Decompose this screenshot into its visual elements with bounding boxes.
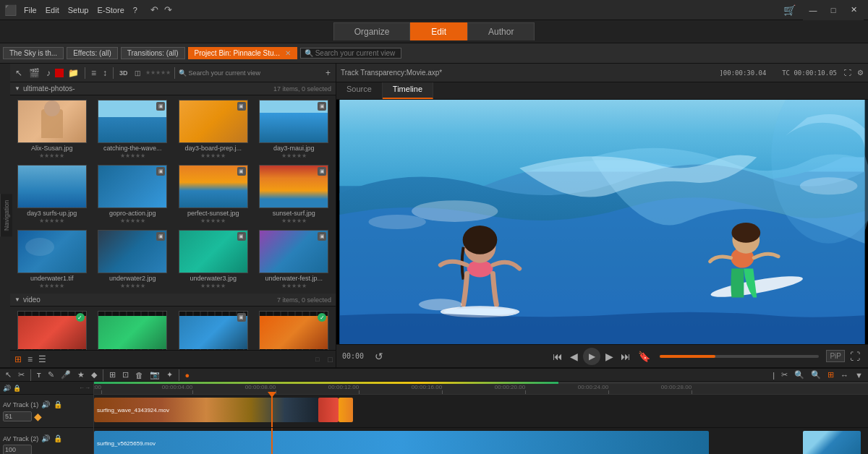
tl-fx-btn[interactable]: ✦ <box>164 369 175 381</box>
fullscreen-button[interactable]: ⛶ <box>848 349 862 364</box>
media-item[interactable]: ▣ sunset-surf.jpg ★★★★★ <box>254 162 335 227</box>
clip-track2-main[interactable]: surfing_v5625659.mov <box>94 431 709 454</box>
tl-lock-btn[interactable]: 🔒 <box>13 385 21 392</box>
redo-button[interactable]: ↷ <box>163 4 174 15</box>
tl-trim-btn[interactable]: ✂ <box>16 369 27 381</box>
minimize-button[interactable]: — <box>803 0 823 20</box>
tl-cut-btn[interactable]: ✂ <box>779 369 790 381</box>
tl-fit-btn[interactable]: ⊞ <box>825 369 836 381</box>
tab-project-bin[interactable]: Project Bin: Pinnacle Stu... ✕ <box>188 47 297 59</box>
step-forward-button[interactable]: ▶ <box>603 349 616 364</box>
tl-marker-btn[interactable]: ★ <box>75 369 87 381</box>
menu-setup[interactable]: Setup <box>68 6 89 14</box>
media-item[interactable]: day3 surfs-up.jpg ★★★★★ <box>12 162 93 227</box>
close-project-icon[interactable]: ✕ <box>285 49 291 57</box>
tl-zoom-in-btn[interactable]: 🔍 <box>809 369 823 381</box>
tl-orange-btn[interactable]: ● <box>183 369 192 381</box>
media-item[interactable]: ▣ gopro-action.jpg ★★★★★ <box>93 162 174 227</box>
search-input[interactable] <box>315 49 397 57</box>
menu-estore[interactable]: E-Store <box>97 6 124 14</box>
pip-button[interactable]: PiP <box>826 350 845 362</box>
track2-lock-btn[interactable]: 🔒 <box>53 434 63 443</box>
tab-edit[interactable]: Edit <box>410 22 467 40</box>
play-pause-button[interactable]: ▶ <box>583 348 600 365</box>
step-back-button[interactable]: ◀ <box>568 349 580 364</box>
tl-text-btn[interactable]: ✎ <box>46 369 56 381</box>
media-item[interactable]: ▣ perfect-sunset.jpg ★★★★★ <box>173 162 254 227</box>
close-button[interactable]: ✕ <box>843 0 864 20</box>
tab-source[interactable]: Source <box>336 82 383 99</box>
menu-edit[interactable]: Edit <box>46 6 59 14</box>
media-item[interactable]: ✓ surfing_v5625659... ★★★★★ <box>254 308 335 350</box>
tb-zoom-btn[interactable]: + <box>323 67 333 80</box>
loop-button[interactable]: ↺ <box>373 349 386 364</box>
tl-cut-point-btn[interactable]: | <box>770 369 777 381</box>
tb-sort-btn[interactable]: ↕ <box>101 67 109 80</box>
clip-yellow-segment[interactable] <box>339 398 353 422</box>
tb-folder-btn[interactable]: 📁 <box>66 67 81 80</box>
media-item[interactable]: kidsrunning_v388... ★★★★★ <box>93 308 174 350</box>
track2-mute-btn[interactable]: 🔊 <box>41 434 51 443</box>
media-item[interactable]: ▣ underwater3.jpg ★★★★★ <box>173 227 254 292</box>
tl-grid-btn[interactable]: ⊞ <box>107 369 118 381</box>
expand-icon[interactable]: ⛶ <box>844 69 851 77</box>
media-item[interactable]: ▣ catching-the-wave... ★★★★★ <box>93 97 174 162</box>
media-item[interactable]: ▣ day3-maui.jpg ★★★★★ <box>254 97 335 162</box>
settings-icon[interactable]: ⚙ <box>857 69 864 77</box>
media-item[interactable]: underwater1.tif ★★★★★ <box>12 227 93 292</box>
skip-start-button[interactable]: ⏮ <box>550 349 565 364</box>
tl-group-btn[interactable]: ⊡ <box>120 369 131 381</box>
grid-view-button[interactable]: ⊞ <box>13 353 23 366</box>
tb-film-btn[interactable]: 🎬 <box>27 67 42 80</box>
tl-delete-btn[interactable]: 🗑 <box>133 369 145 381</box>
tl-more-btn[interactable]: ▼ <box>853 369 865 381</box>
tab-effects[interactable]: Effects: (all) <box>67 47 118 59</box>
track1-volume[interactable]: 51 <box>3 411 32 421</box>
track1-diamond-btn[interactable]: ◆ <box>34 411 42 422</box>
media-item[interactable]: ▣ underwater-fest.jp... ★★★★★ <box>254 227 335 292</box>
tl-cursor-btn[interactable]: ↖ <box>3 369 14 381</box>
tb-music-btn[interactable]: ♪ <box>44 67 53 80</box>
track2-volume[interactable]: 100 <box>3 445 32 454</box>
tab-author[interactable]: Author <box>467 22 535 40</box>
menu-file[interactable]: File <box>24 6 37 14</box>
cart-icon[interactable]: 🛒 <box>783 4 796 16</box>
tl-keyframe-btn[interactable]: ◆ <box>89 369 99 381</box>
track1-mute-btn[interactable]: 🔊 <box>41 400 51 409</box>
tl-title-btn[interactable]: T <box>35 370 43 380</box>
track1-lock-btn[interactable]: 🔒 <box>53 400 63 409</box>
tb-3d-btn[interactable]: 3D <box>117 68 130 78</box>
tab-timeline[interactable]: Timeline <box>383 82 433 99</box>
skip-end-button[interactable]: ⏭ <box>618 349 633 364</box>
tl-sep-1 <box>30 369 31 381</box>
media-item[interactable]: Alix-Susan.jpg ★★★★★ <box>12 97 93 162</box>
tl-zoom-out-btn[interactable]: 🔍 <box>792 369 807 381</box>
tb-audio-btn[interactable]: ◫ <box>132 68 143 78</box>
media-item[interactable]: ✓ campfire_v977480... ★★★★★ ✓ <box>12 308 93 350</box>
media-item[interactable]: ▣ parasailing_v5428... ★★★★★ <box>173 308 254 350</box>
tb-select-btn[interactable]: ↖ <box>13 67 25 80</box>
track2-name: AV Track (2) <box>3 435 38 442</box>
media-item[interactable]: ▣ day3-board-prep.j... ★★★★★ <box>173 97 254 162</box>
media-item[interactable]: ▣ underwater2.jpg ★★★★★ <box>93 227 174 292</box>
bookmark-button[interactable]: 🔖 <box>636 349 652 364</box>
tb-color-btn[interactable] <box>55 69 64 77</box>
preview-timeline-bar[interactable] <box>660 355 819 358</box>
clip-red-segment[interactable] <box>318 398 339 422</box>
list-view-button[interactable]: ≡ <box>26 353 34 366</box>
tab-organize[interactable]: Organize <box>333 22 411 40</box>
detail-view-button[interactable]: ☰ <box>37 353 48 366</box>
maximize-button[interactable]: □ <box>823 0 843 20</box>
tl-camera-btn[interactable]: 📷 <box>148 369 162 381</box>
tl-mute-all-btn[interactable]: 🔊 <box>3 385 11 392</box>
undo-button[interactable]: ↶ <box>149 4 160 15</box>
menu-help[interactable]: ? <box>133 6 137 14</box>
tb-list-btn[interactable]: ≡ <box>89 67 98 80</box>
tl-voice-btn[interactable]: 🎤 <box>59 369 73 381</box>
thumb-surfs-up <box>17 165 87 208</box>
size-icon-sm: □ <box>315 356 319 363</box>
tab-transitions[interactable]: Transitions: (all) <box>121 47 185 59</box>
tab-sky[interactable]: The Sky is th... <box>3 47 64 59</box>
clip-surf-main[interactable]: surfing_wave_4343924.mov <box>94 398 318 422</box>
tl-ripple-btn[interactable]: ↔ <box>838 369 851 381</box>
